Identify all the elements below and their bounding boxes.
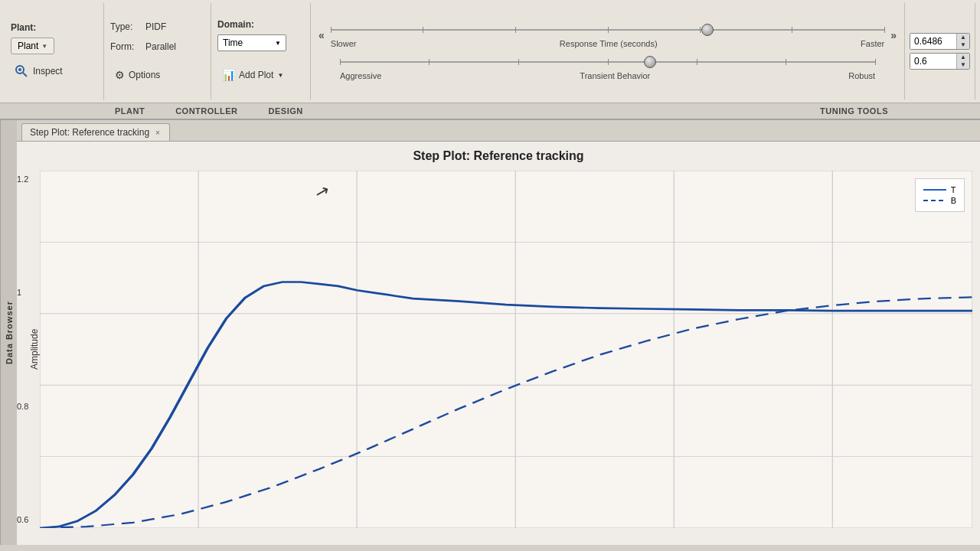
slider-group: « S (318, 22, 897, 80)
type-form-section: Type: PIDF Form: Parallel ⚙ Options (104, 3, 211, 99)
tuning-section: « S (311, 3, 905, 99)
spinner2-down-button[interactable]: ▼ (957, 61, 969, 69)
value2-input[interactable] (910, 54, 956, 69)
transient-slider-thumb[interactable] (644, 56, 656, 68)
spinner2-buttons: ▲ ▼ (956, 54, 969, 69)
y-tick-12: 1.2 (17, 174, 28, 184)
response-time-slider-thumb[interactable] (701, 24, 714, 36)
plant-dropdown[interactable]: Plant ▼ (11, 37, 54, 54)
spinner2-up-button[interactable]: ▲ (957, 54, 969, 61)
legend-dashed-label: B (951, 196, 956, 205)
type-value: PIDF (145, 21, 166, 32)
tab-area: Step Plot: Reference tracking × Step Plo… (17, 120, 980, 545)
data-browser-sidebar[interactable]: Data Browser (0, 120, 17, 545)
response-time-slider-container: Slower Response Time (seconds) Faster (331, 22, 884, 48)
add-plot-button[interactable]: 📊 Add Plot ▼ (217, 67, 288, 83)
slower-label: Slower (331, 39, 357, 48)
gear-icon: ⚙ (115, 69, 125, 81)
chart-inner: 1.2 1 0.8 0.6 (40, 171, 972, 528)
chevron-down-icon: ▼ (277, 72, 283, 79)
options-label: Options (129, 70, 160, 80)
step-plot-tab[interactable]: Step Plot: Reference tracking × (21, 123, 170, 141)
toolbar: Plant: Plant ▼ Inspect Type: PIDF Form: … (0, 0, 980, 103)
y-tick-06-val: 0.6 (17, 515, 28, 524)
domain-select[interactable]: Time ▼ (217, 34, 286, 51)
faster-label: Faster (861, 39, 884, 48)
svg-point-1 (18, 68, 21, 71)
chart-svg (40, 171, 972, 528)
response-time-label: Response Time (seconds) (560, 39, 658, 48)
transient-slider-container: Aggressive Transient Behavior Robust (340, 54, 875, 80)
transient-slider-row: Aggressive Transient Behavior Robust (318, 54, 897, 80)
aggressive-label: Aggressive (340, 71, 381, 80)
value1-spinner[interactable]: ▲ ▼ (910, 33, 970, 50)
plant-label: Plant: (11, 22, 36, 33)
chevron-down-icon: ▼ (275, 40, 281, 47)
legend-item-dashed: B (923, 196, 956, 205)
chart-legend: T B (915, 178, 965, 212)
plant-dropdown-value: Plant (18, 41, 38, 51)
slider-next-button-1[interactable]: » (890, 29, 897, 41)
type-row: Type: PIDF (110, 21, 166, 32)
robust-label: Robust (848, 71, 875, 80)
spinner1-up-button[interactable]: ▲ (957, 34, 969, 41)
response-time-slider-row: « S (318, 22, 897, 48)
close-icon[interactable]: × (154, 129, 162, 137)
legend-item-solid: T (923, 185, 956, 194)
chart-title: Step Plot: Reference tracking (24, 149, 972, 163)
search-icon (14, 64, 29, 79)
plant-section: Plant: Plant ▼ Inspect (5, 3, 104, 99)
spinner1-buttons: ▲ ▼ (956, 34, 969, 49)
form-label: Form: (110, 41, 141, 52)
y-tick-1-val: 1 (17, 288, 28, 297)
svg-line-2 (23, 73, 27, 77)
value1-input[interactable] (910, 34, 956, 49)
section-labels: PLANT CONTROLLER DESIGN TUNING TOOLS (0, 103, 980, 120)
tab-bar: Step Plot: Reference tracking × (17, 120, 980, 142)
domain-value: Time (223, 37, 243, 48)
chart-icon: 📊 (222, 69, 235, 81)
legend-solid-line (923, 189, 946, 191)
chart-wrapper: Amplitude 1.2 1 0.8 0.6 (24, 171, 972, 528)
form-value: Parallel (145, 41, 176, 52)
inspect-label: Inspect (33, 66, 63, 77)
tab-label: Step Plot: Reference tracking (30, 127, 149, 138)
form-row: Form: Parallel (110, 41, 176, 52)
legend-solid-label: T (951, 185, 956, 194)
plant-tab[interactable]: PLANT (100, 103, 160, 119)
transient-label: Transient Behavior (580, 71, 650, 80)
y-tick-08-val: 0.8 (17, 402, 28, 411)
value2-spinner[interactable]: ▲ ▼ (910, 53, 970, 70)
chart-area: Step Plot: Reference tracking Amplitude … (17, 142, 980, 545)
design-tab[interactable]: DESIGN (253, 103, 318, 119)
main-content: Data Browser Step Plot: Reference tracki… (0, 120, 980, 545)
spinner1-down-button[interactable]: ▼ (957, 41, 969, 49)
tuning-tools-tab[interactable]: TUNING TOOLS (805, 103, 903, 119)
options-button[interactable]: ⚙ Options (110, 67, 165, 83)
slider-prev-button-1[interactable]: « (318, 29, 325, 41)
chevron-down-icon: ▼ (41, 43, 47, 50)
controller-tab[interactable]: CONTROLLER (160, 103, 253, 119)
type-label: Type: (110, 21, 141, 32)
domain-section: Domain: Time ▼ 📊 Add Plot ▼ (211, 3, 311, 99)
add-plot-label: Add Plot (239, 70, 273, 80)
inspect-button[interactable]: Inspect (11, 62, 66, 80)
domain-label: Domain: (217, 19, 254, 30)
value-input-section: ▲ ▼ ▲ ▼ (905, 3, 975, 99)
legend-dashed-icon (923, 198, 946, 203)
